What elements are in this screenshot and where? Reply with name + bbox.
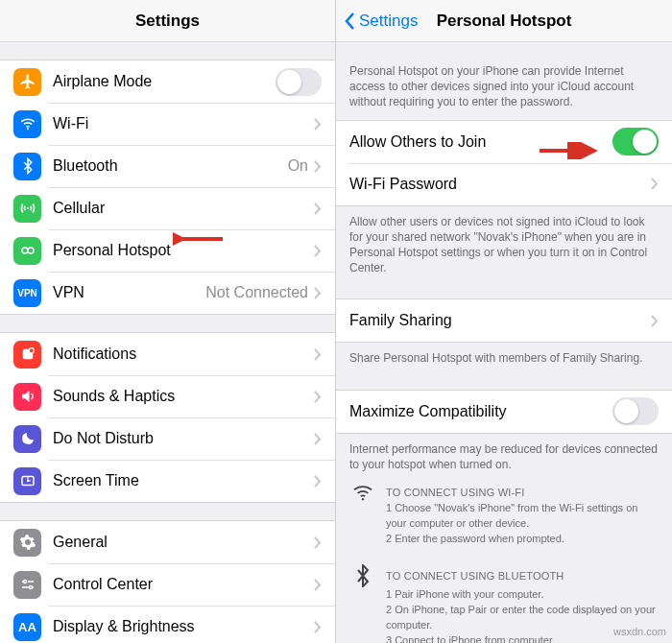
row-value: Not Connected	[205, 284, 308, 301]
right-title: Personal Hotspot	[437, 12, 572, 31]
row-allow-others[interactable]: Allow Others to Join	[336, 121, 672, 163]
watermark: wsxdn.com	[613, 626, 666, 637]
chevron-right-icon	[314, 391, 322, 403]
back-button[interactable]: Settings	[344, 12, 418, 31]
row-wifi-password[interactable]: Wi-Fi Password	[336, 163, 672, 205]
group-allow: Allow Others to Join Wi-Fi Password	[336, 120, 672, 206]
notifications-icon	[13, 341, 41, 369]
intro-text: Personal Hotspot on your iPhone can prov…	[336, 56, 672, 116]
row-label: Do Not Disturb	[53, 430, 314, 447]
svg-point-8	[23, 581, 26, 583]
sounds-icon	[13, 383, 41, 411]
vpn-icon: VPN	[13, 279, 41, 307]
row-control-center[interactable]: Control Center	[0, 563, 335, 606]
row-notifications[interactable]: Notifications	[0, 333, 335, 375]
row-label: Wi-Fi Password	[349, 176, 651, 193]
row-label: Wi-Fi	[53, 115, 314, 132]
row-family-sharing[interactable]: Family Sharing	[336, 299, 672, 342]
svg-point-5	[29, 348, 34, 353]
maxcompat-footer: Internet performance may be reduced for …	[336, 434, 672, 478]
row-display[interactable]: AA Display & Brightness	[0, 606, 335, 643]
instruction-title: TO CONNECT USING BLUETOOTH	[386, 570, 564, 582]
row-personal-hotspot[interactable]: Personal Hotspot	[0, 229, 335, 272]
left-navbar: Settings	[0, 0, 335, 42]
row-label: Allow Others to Join	[349, 133, 612, 151]
row-sounds[interactable]: Sounds & Haptics	[0, 375, 335, 417]
chevron-right-icon	[314, 245, 322, 257]
display-icon: AA	[13, 613, 41, 641]
family-footer: Share Personal Hotspot with members of F…	[336, 343, 672, 371]
bluetooth-icon	[13, 153, 41, 180]
instruction-title: TO CONNECT USING WI-FI	[386, 487, 525, 498]
instruction-step: 2 Enter the password when prompted.	[386, 532, 659, 547]
right-navbar: Settings Personal Hotspot	[336, 0, 672, 42]
group-maxcompat: Maximize Compatibility	[336, 390, 672, 434]
row-cellular[interactable]: Cellular	[0, 187, 335, 229]
left-title: Settings	[135, 12, 200, 31]
chevron-right-icon	[651, 315, 659, 327]
row-label: Screen Time	[53, 472, 314, 489]
group-general: General Control Center AA Display & Brig…	[0, 520, 335, 643]
group-notify: Notifications Sounds & Haptics Do Not Di…	[0, 332, 335, 503]
bluetooth-icon	[349, 564, 376, 587]
instruction-step: 1 Pair iPhone with your computer.	[386, 587, 659, 603]
row-label: Notifications	[53, 345, 314, 363]
group-family: Family Sharing	[336, 298, 672, 343]
chevron-right-icon	[314, 118, 322, 131]
hotspot-icon	[13, 237, 41, 265]
allow-footer: Allow other users or devices not signed …	[336, 206, 672, 282]
row-label: Sounds & Haptics	[53, 388, 314, 405]
row-wifi[interactable]: Wi-Fi	[0, 103, 335, 145]
wifi-icon	[349, 484, 376, 501]
row-vpn[interactable]: VPN VPN Not Connected	[0, 272, 335, 314]
svg-point-9	[29, 586, 32, 589]
svg-point-3	[28, 248, 34, 253]
maxcompat-toggle[interactable]	[612, 397, 659, 425]
chevron-right-icon	[314, 475, 322, 488]
row-label: Cellular	[53, 200, 314, 217]
airplane-icon	[13, 68, 41, 96]
row-value: On	[288, 157, 308, 175]
row-do-not-disturb[interactable]: Do Not Disturb	[0, 417, 335, 460]
instructions-wifi: TO CONNECT USING WI-FI 1 Choose "Novak's…	[336, 478, 672, 559]
chevron-right-icon	[314, 621, 322, 633]
svg-point-0	[27, 128, 29, 130]
row-airplane-mode[interactable]: Airplane Mode	[0, 60, 335, 103]
back-label: Settings	[359, 12, 418, 31]
gear-icon	[13, 529, 41, 557]
chevron-right-icon	[314, 287, 322, 299]
row-label: General	[53, 534, 314, 551]
svg-point-2	[22, 248, 28, 253]
chevron-right-icon	[314, 348, 322, 361]
chevron-right-icon	[314, 579, 322, 591]
row-label: Display & Brightness	[53, 618, 314, 635]
row-label: Airplane Mode	[53, 73, 276, 90]
chevron-right-icon	[314, 433, 322, 445]
row-bluetooth[interactable]: Bluetooth On	[0, 145, 335, 187]
group-connectivity: Airplane Mode Wi-Fi Bluetooth On	[0, 60, 335, 315]
svg-point-16	[362, 498, 364, 500]
cellular-icon	[13, 195, 41, 223]
row-maximize-compatibility[interactable]: Maximize Compatibility	[336, 391, 672, 433]
row-label: VPN	[53, 284, 205, 301]
controlcenter-icon	[13, 571, 41, 599]
chevron-right-icon	[314, 160, 322, 173]
airplane-toggle[interactable]	[276, 68, 322, 96]
dnd-icon	[13, 425, 41, 453]
screentime-icon	[13, 467, 41, 495]
instruction-step: 1 Choose "Novak's iPhone" from the Wi-Fi…	[386, 501, 659, 532]
hotspot-pane: Settings Personal Hotspot Personal Hotsp…	[336, 0, 672, 643]
allow-others-toggle[interactable]	[612, 128, 659, 155]
chevron-right-icon	[314, 202, 322, 215]
row-general[interactable]: General	[0, 521, 335, 563]
row-label: Family Sharing	[349, 312, 651, 329]
row-label: Control Center	[53, 576, 314, 593]
settings-pane: Settings Airplane Mode Wi-Fi	[0, 0, 336, 643]
row-screen-time[interactable]: Screen Time	[0, 460, 335, 502]
svg-point-1	[26, 207, 28, 209]
row-label: Maximize Compatibility	[349, 403, 612, 420]
chevron-right-icon	[651, 178, 659, 190]
row-label: Bluetooth	[53, 157, 288, 175]
wifi-icon	[13, 110, 41, 138]
chevron-right-icon	[314, 536, 322, 549]
